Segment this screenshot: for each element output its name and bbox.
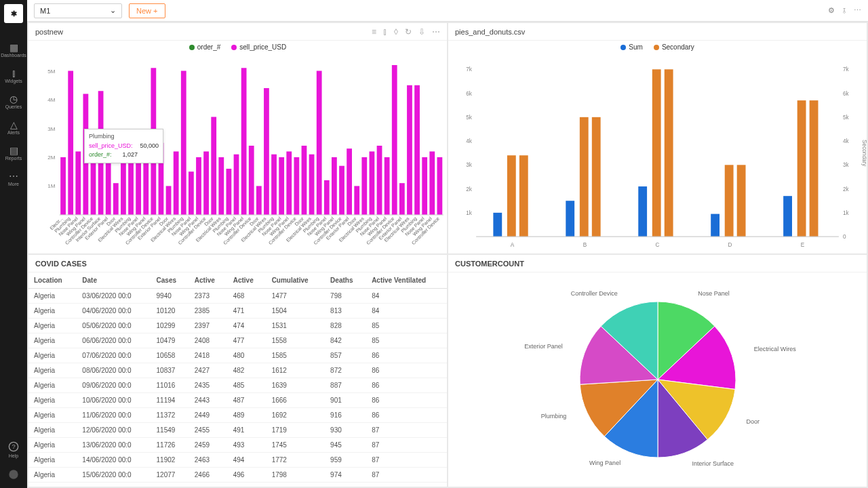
svg-rect-46: [347, 148, 352, 215]
filter-icon[interactable]: ⫱: [843, 6, 846, 15]
svg-rect-22: [166, 186, 172, 214]
svg-rect-15: [113, 183, 119, 215]
col-header[interactable]: Active: [228, 272, 267, 289]
svg-rect-18: [136, 157, 141, 215]
svg-rect-26: [196, 157, 201, 215]
pies-chart[interactable]: 1k1k2k2k3k3k4k4k5k5k6k6k7k7k0SecondaryAB…: [448, 54, 867, 253]
download-icon[interactable]: ⇩: [418, 27, 425, 37]
col-header[interactable]: Active: [189, 272, 228, 289]
dashboard-select[interactable]: M1⌄: [34, 3, 122, 18]
more-icon[interactable]: ⋯: [854, 6, 861, 15]
svg-rect-35: [264, 88, 269, 215]
svg-rect-10: [75, 151, 81, 214]
rail-widgets[interactable]: ⫿Widgets: [0, 62, 27, 88]
rail-alerts[interactable]: △Alerts: [0, 114, 27, 140]
svg-rect-141: [737, 165, 746, 237]
table-row[interactable]: Algeria16/06/2020 00:0122512468497182498…: [28, 483, 447, 487]
col-header[interactable]: Date: [77, 272, 151, 289]
svg-text:D: D: [728, 242, 732, 248]
svg-rect-128: [507, 155, 516, 237]
table-row[interactable]: Algeria08/06/2020 00:0108372427482161287…: [28, 363, 447, 378]
svg-rect-133: [592, 117, 601, 237]
menu-icon[interactable]: ≡: [372, 27, 376, 37]
covid-table[interactable]: LocationDateCasesActiveActiveCumulativeD…: [28, 272, 447, 487]
app-logo[interactable]: ✱: [4, 4, 23, 23]
left-rail: ✱ ▦Dashboards⫿Widgets◷Queries△Alerts▤Rep…: [0, 0, 27, 488]
table-row[interactable]: Algeria11/06/2020 00:0113722449489169291…: [28, 408, 447, 423]
gear-icon[interactable]: ⚙: [828, 6, 835, 15]
svg-text:2M: 2M: [47, 155, 55, 161]
new-button[interactable]: New +: [129, 3, 165, 18]
svg-rect-145: [810, 100, 818, 237]
svg-rect-48: [361, 157, 367, 215]
svg-text:C: C: [656, 242, 660, 248]
col-header[interactable]: Deaths: [325, 272, 366, 289]
col-header[interactable]: Active Ventilated: [366, 272, 447, 289]
table-row[interactable]: Algeria03/06/2020 00:0994023734681477798…: [28, 289, 447, 304]
svg-rect-135: [638, 186, 647, 237]
rail-dashboards[interactable]: ▦Dashboards: [0, 37, 27, 62]
svg-rect-24: [181, 71, 186, 215]
svg-rect-27: [203, 151, 209, 214]
svg-text:Controller Device: Controller Device: [570, 290, 617, 297]
rail-help[interactable]: ?Help: [0, 436, 27, 462]
chevron-down-icon: ⌄: [110, 6, 116, 15]
svg-rect-34: [256, 186, 262, 214]
svg-text:0: 0: [843, 234, 846, 240]
table-row[interactable]: Algeria15/06/2020 00:0120772466496179897…: [28, 468, 447, 483]
table-row[interactable]: Algeria06/06/2020 00:0104792408477155884…: [28, 333, 447, 348]
svg-rect-140: [725, 165, 734, 237]
panel-title: pies_and_donuts.csv: [455, 28, 525, 36]
svg-rect-37: [279, 157, 284, 215]
svg-rect-47: [354, 186, 359, 214]
rail-queries[interactable]: ◷Queries: [0, 88, 27, 114]
svg-rect-23: [174, 151, 179, 214]
panel-covid: COVID CASES LocationDateCasesActiveActiv…: [28, 255, 447, 487]
svg-rect-38: [286, 151, 292, 214]
table-row[interactable]: Algeria13/06/2020 00:0117262459493174594…: [28, 438, 447, 453]
panel-title: CUSTOMERCOUNT: [455, 260, 524, 268]
svg-rect-136: [652, 69, 661, 237]
col-header[interactable]: Cumulative: [267, 272, 325, 289]
svg-text:6k: 6k: [843, 91, 850, 97]
rail-reports[interactable]: ▤Reports: [0, 140, 27, 165]
table-row[interactable]: Algeria05/06/2020 00:0102992397474153182…: [28, 319, 447, 333]
table-row[interactable]: Algeria12/06/2020 00:0115492455491171993…: [28, 423, 447, 438]
svg-text:4M: 4M: [47, 97, 55, 103]
table-row[interactable]: Algeria10/06/2020 00:0111942443487166690…: [28, 393, 447, 408]
svg-rect-127: [493, 213, 502, 237]
svg-rect-56: [422, 157, 427, 215]
svg-rect-42: [317, 71, 322, 215]
svg-text:5k: 5k: [466, 115, 473, 121]
svg-rect-29: [218, 157, 224, 215]
svg-rect-31: [234, 155, 239, 215]
svg-text:3k: 3k: [843, 162, 850, 168]
col-header[interactable]: Cases: [151, 272, 189, 289]
rail-user[interactable]: [0, 462, 27, 488]
chart-type-icon[interactable]: ⫿: [383, 27, 387, 37]
svg-text:Exterior Panel: Exterior Panel: [524, 343, 563, 350]
panel-postnew: postnew ≡ ⫿ ◊ ↻ ⇩ ⋯ order_# sell_price_U…: [28, 23, 447, 253]
col-header[interactable]: Location: [28, 272, 77, 289]
topbar: M1⌄ New + ⚙ ⫱ ⋯: [27, 0, 868, 22]
refresh-icon[interactable]: ↻: [405, 27, 412, 37]
svg-text:7k: 7k: [843, 66, 850, 73]
svg-rect-9: [68, 71, 73, 215]
customercount-chart[interactable]: Nose PanelElectrical WiresDoorInterior S…: [515, 278, 800, 481]
svg-rect-50: [377, 146, 382, 215]
svg-rect-17: [128, 155, 134, 215]
legend-item: Sum: [629, 43, 643, 51]
table-row[interactable]: Algeria14/06/2020 00:0119022463494177295…: [28, 453, 447, 468]
more-icon[interactable]: ⋯: [432, 27, 440, 37]
svg-text:1k: 1k: [843, 210, 850, 216]
table-row[interactable]: Algeria07/06/2020 00:0106582418480158585…: [28, 348, 447, 363]
svg-text:3M: 3M: [47, 126, 55, 132]
rail-more[interactable]: ⋯More: [0, 165, 27, 191]
svg-rect-52: [392, 65, 397, 215]
table-row[interactable]: Algeria04/06/2020 00:0101202385471150481…: [28, 304, 447, 319]
pin-icon[interactable]: ◊: [394, 27, 398, 37]
svg-rect-58: [437, 157, 443, 215]
table-row[interactable]: Algeria09/06/2020 00:0110162435485163988…: [28, 378, 447, 393]
svg-text:A: A: [511, 242, 515, 248]
svg-rect-129: [519, 155, 528, 237]
